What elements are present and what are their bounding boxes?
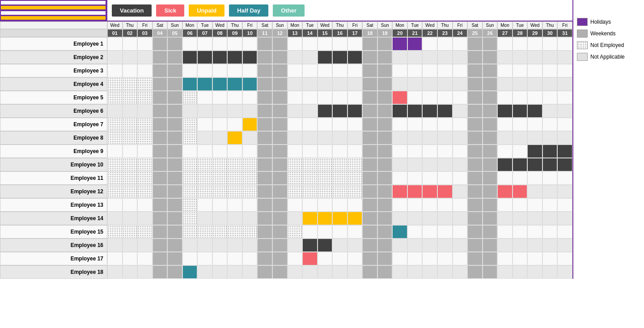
- day-cell: [318, 131, 333, 145]
- day-cell: [242, 185, 258, 198]
- weekday-header-cell: Mon: [392, 21, 407, 29]
- day-cell: [453, 91, 468, 104]
- day-cell: [332, 265, 347, 279]
- day-cell: [392, 158, 407, 171]
- day-cell: [362, 91, 377, 104]
- legend-btn-vacation[interactable]: Vacation: [112, 4, 152, 17]
- table-row: Employee 12: [0, 185, 572, 198]
- day-cell: [422, 252, 437, 265]
- day-cell: [167, 171, 182, 185]
- table-row: Employee 1: [0, 37, 572, 51]
- calendar-container: VacationSickUnpaidHalf DayOther WedThuFr…: [0, 0, 644, 279]
- day-cell: [182, 171, 198, 185]
- legend-btn-sick[interactable]: Sick: [156, 4, 184, 17]
- legend-item: Holidays: [577, 18, 640, 26]
- day-cell: [123, 158, 138, 171]
- legend-btn-unpaid[interactable]: Unpaid: [189, 4, 225, 17]
- day-cell: [288, 64, 303, 77]
- day-cell: [302, 225, 318, 239]
- day-cell: [137, 225, 153, 239]
- day-cell: [557, 51, 572, 64]
- day-cell: [107, 145, 123, 158]
- day-cell: [182, 158, 198, 171]
- weekday-header-cell: Sun: [483, 21, 498, 29]
- employee-name-cell: Employee 12: [0, 185, 107, 198]
- day-cell: [557, 212, 572, 225]
- day-cell: [242, 212, 258, 225]
- day-cell: [437, 171, 453, 185]
- weekday-header-cell: Wed: [212, 21, 228, 29]
- day-cell: [272, 51, 288, 64]
- day-cell: [257, 185, 272, 198]
- employee-name-cell: Employee 7: [0, 118, 107, 131]
- day-cell: [137, 91, 153, 104]
- employee-name-cell: Employee 2: [0, 51, 107, 64]
- day-cell: [497, 104, 513, 118]
- date-header-cell: 22: [422, 29, 437, 37]
- day-cell: [497, 171, 513, 185]
- day-cell: [422, 51, 437, 64]
- day-cell: [137, 239, 153, 252]
- legend-label: Not Employed: [590, 42, 624, 48]
- day-cell: [542, 118, 558, 131]
- day-cell: [542, 91, 558, 104]
- date-header-cell: 30: [542, 29, 558, 37]
- day-cell: [392, 104, 407, 118]
- day-cell: [527, 91, 542, 104]
- day-cell: [407, 252, 423, 265]
- day-cell: [422, 64, 437, 77]
- date-header-cell: 31: [557, 29, 572, 37]
- day-cell: [197, 212, 212, 225]
- day-cell: [242, 225, 258, 239]
- day-cell: [197, 104, 212, 118]
- day-cell: [542, 171, 558, 185]
- day-cell: [497, 145, 513, 158]
- weekday-header-cell: Wed: [107, 21, 123, 29]
- weekday-header-cell: Thu: [123, 21, 138, 29]
- day-cell: [242, 131, 258, 145]
- day-cell: [272, 104, 288, 118]
- day-cell: [347, 145, 363, 158]
- day-cell: [123, 212, 138, 225]
- day-cell: [257, 239, 272, 252]
- legend-btn-halfday[interactable]: Half Day: [229, 4, 268, 17]
- day-cell: [332, 64, 347, 77]
- day-cell: [182, 239, 198, 252]
- day-cell: [542, 104, 558, 118]
- day-cell: [467, 77, 483, 91]
- day-cell: [167, 91, 182, 104]
- day-cell: [318, 252, 333, 265]
- day-cell: [513, 252, 528, 265]
- day-cell: [167, 37, 182, 51]
- day-cell: [318, 265, 333, 279]
- day-cell: [347, 91, 363, 104]
- day-cell: [288, 225, 303, 239]
- day-cell: [137, 37, 153, 51]
- employee-name-cell: Employee 1: [0, 37, 107, 51]
- day-cell: [347, 77, 363, 91]
- day-cell: [362, 225, 377, 239]
- day-cell: [212, 91, 228, 104]
- day-cell: [347, 265, 363, 279]
- day-cell: [288, 212, 303, 225]
- day-cell: [272, 37, 288, 51]
- day-cell: [362, 104, 377, 118]
- day-cell: [167, 51, 182, 64]
- legend-btn-other[interactable]: Other: [273, 4, 305, 17]
- day-cell: [557, 185, 572, 198]
- day-cell: [137, 77, 153, 91]
- day-cell: [227, 77, 242, 91]
- day-cell: [318, 158, 333, 171]
- day-cell: [542, 131, 558, 145]
- day-cell: [197, 185, 212, 198]
- date-header-cell: 09: [227, 29, 242, 37]
- day-cell: [167, 118, 182, 131]
- table-row: Employee 11: [0, 171, 572, 185]
- date-header-cell: 21: [407, 29, 423, 37]
- day-cell: [288, 145, 303, 158]
- day-cell: [107, 51, 123, 64]
- day-cell: [332, 212, 347, 225]
- day-cell: [527, 212, 542, 225]
- date-header-cell: 17: [347, 29, 363, 37]
- day-cell: [257, 104, 272, 118]
